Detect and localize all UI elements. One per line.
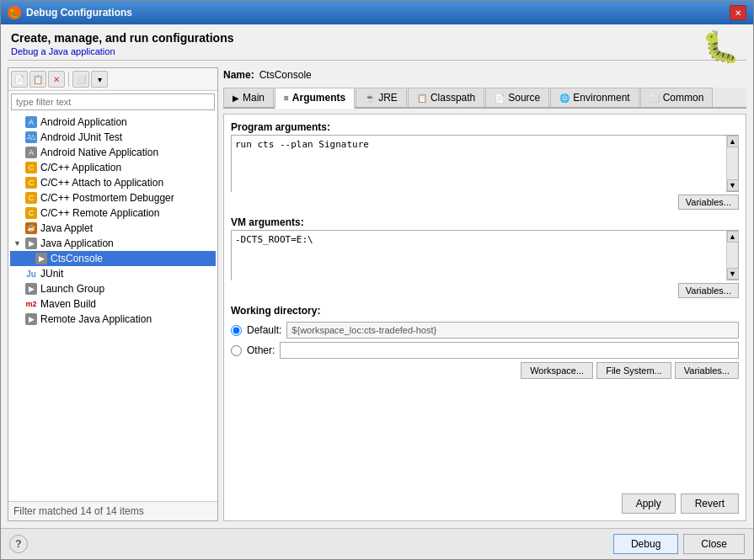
tab-common-label: Common — [663, 92, 704, 104]
default-radio-row: Default: — [231, 322, 739, 339]
maven-icon: m2 — [25, 298, 37, 310]
program-args-wrapper: run cts --plan Signature ▲ ▼ — [231, 135, 739, 192]
scroll-down-arrow[interactable]: ▼ — [727, 268, 739, 280]
header-section: Create, manage, and run configurations D… — [1, 24, 753, 60]
common-tab-icon: ⬜ — [650, 93, 660, 103]
window-icon: 🐛 — [8, 6, 21, 19]
vm-args-label: VM arguments: — [231, 216, 739, 228]
filesystem-button[interactable]: File System... — [596, 362, 671, 379]
workspace-button[interactable]: Workspace... — [521, 362, 593, 379]
tab-jre[interactable]: ☕ JRE — [356, 88, 407, 107]
title-bar: 🐛 Debug Configurations ✕ — [1, 1, 753, 24]
default-radio[interactable] — [231, 325, 242, 336]
variables-btn1-container: Variables... — [231, 195, 739, 210]
junit-icon: Ju — [25, 268, 37, 280]
program-args-scrollbar[interactable]: ▲ ▼ — [726, 136, 738, 191]
tree-item-cpp-post[interactable]: C C/C++ Postmortem Debugger — [10, 190, 216, 205]
tree-item-android-native[interactable]: A Android Native Application — [10, 145, 216, 160]
tree-item-java-applet[interactable]: ☕ Java Applet — [10, 221, 216, 236]
tree-item-label: Maven Build — [40, 298, 96, 310]
dir-variables-button[interactable]: Variables... — [675, 362, 739, 379]
apply-button[interactable]: Apply — [622, 493, 676, 514]
vm-args-variables-button[interactable]: Variables... — [678, 283, 739, 298]
tab-common[interactable]: ⬜ Common — [640, 88, 714, 107]
scroll-up-arrow[interactable]: ▲ — [727, 136, 739, 147]
working-dir-label: Working directory: — [231, 305, 739, 317]
config-tree: A Android Application J△ Android JUnit T… — [8, 113, 217, 501]
close-button[interactable]: Close — [683, 534, 745, 554]
default-dir-input[interactable] — [286, 322, 739, 339]
tree-item-cpp-app[interactable]: C C/C++ Application — [10, 160, 216, 175]
vm-args-scrollbar[interactable]: ▲ ▼ — [726, 231, 738, 280]
more-button[interactable]: ▾ — [91, 71, 108, 88]
tree-item-label: Java Applet — [40, 222, 93, 234]
default-label: Default: — [247, 324, 281, 336]
left-panel: 📄 📋 ✕ ⬜ ▾ A Android — [8, 67, 218, 521]
program-args-input[interactable]: run cts --plan Signature — [232, 136, 726, 193]
tab-environment-label: Environment — [573, 92, 629, 104]
close-button[interactable]: ✕ — [730, 5, 746, 20]
other-dir-input[interactable] — [280, 342, 739, 359]
jre-tab-icon: ☕ — [365, 93, 375, 103]
android-native-icon: A — [25, 147, 37, 158]
tree-item-maven[interactable]: m2 Maven Build — [10, 296, 216, 312]
tab-classpath-label: Classpath — [430, 92, 475, 104]
cpp-attach-icon: C — [25, 177, 37, 189]
source-tab-icon: 📄 — [495, 93, 505, 103]
tab-main[interactable]: ▶ Main — [223, 88, 274, 107]
vm-args-wrapper: -DCTS_ROOT=E:\ ▲ ▼ — [231, 230, 739, 280]
expand-arrow: ▼ — [13, 239, 22, 248]
other-radio[interactable] — [231, 345, 242, 356]
tree-item-cpp-remote[interactable]: C C/C++ Remote Application — [10, 205, 216, 221]
tree-item-label: Remote Java Application — [40, 313, 152, 325]
environment-tab-icon: 🌐 — [559, 93, 570, 103]
footer-right: Debug Close — [613, 534, 745, 554]
scroll-track — [727, 243, 738, 268]
classpath-tab-icon: 📋 — [417, 93, 427, 103]
tree-item-remote-java[interactable]: ▶ Remote Java Application — [10, 312, 216, 327]
filter-button[interactable]: ⬜ — [72, 71, 89, 88]
right-panel: Name: CtsConsole ▶ Main ≡ Arguments ☕ — [223, 67, 746, 521]
delete-config-button[interactable]: ✕ — [48, 71, 65, 88]
bug-decoration: 🐛 — [702, 29, 740, 65]
tree-item-launch-group[interactable]: ▶ Launch Group — [10, 281, 216, 296]
tree-item-android-junit[interactable]: J△ Android JUnit Test — [10, 130, 216, 145]
tree-item-ctsconsole[interactable]: ▶ CtsConsole — [10, 251, 216, 266]
scroll-down-arrow[interactable]: ▼ — [727, 179, 739, 191]
tree-item-java-app[interactable]: ▼ ▶ Java Application — [10, 236, 216, 251]
working-dir-section: Working directory: Default: Other: — [231, 305, 739, 379]
tab-content-arguments: Program arguments: run cts --plan Signat… — [223, 114, 746, 521]
tab-source[interactable]: 📄 Source — [485, 88, 549, 107]
cpp-remote-icon: C — [25, 207, 37, 219]
other-radio-row: Other: — [231, 342, 739, 359]
header-subtitle: Debug a Java application — [11, 46, 743, 56]
remote-java-icon: ▶ — [25, 313, 37, 325]
filter-match-text: Filter matched 14 of 14 items — [13, 505, 144, 517]
tree-item-junit[interactable]: Ju JUnit — [10, 266, 216, 281]
window-controls: ✕ — [730, 5, 746, 20]
tree-item-label: C/C++ Postmortem Debugger — [40, 192, 174, 204]
arguments-tab-icon: ≡ — [284, 93, 289, 103]
android-app-icon: A — [25, 116, 37, 128]
revert-button[interactable]: Revert — [681, 493, 739, 514]
vm-args-input[interactable]: -DCTS_ROOT=E:\ — [232, 231, 726, 281]
tab-environment[interactable]: 🌐 Environment — [550, 88, 639, 107]
tree-item-label: C/C++ Remote Application — [40, 207, 159, 219]
filter-input[interactable] — [11, 93, 215, 110]
program-args-variables-button[interactable]: Variables... — [678, 195, 739, 210]
tab-classpath[interactable]: 📋 Classpath — [408, 88, 484, 107]
tree-item-cpp-attach[interactable]: C C/C++ Attach to Application — [10, 175, 216, 190]
tree-item-label: C/C++ Attach to Application — [40, 177, 163, 189]
main-panel: 📄 📋 ✕ ⬜ ▾ A Android — [8, 67, 746, 521]
tree-item-android-app[interactable]: A Android Application — [10, 115, 216, 130]
tab-arguments[interactable]: ≡ Arguments — [275, 88, 355, 109]
new-config-button[interactable]: 📄 — [11, 71, 28, 88]
help-button[interactable]: ? — [9, 535, 28, 553]
footer-bar: ? Debug Close — [1, 528, 753, 559]
copy-config-button[interactable]: 📋 — [29, 71, 46, 88]
debug-button[interactable]: Debug — [613, 534, 678, 554]
scroll-up-arrow[interactable]: ▲ — [727, 231, 739, 243]
tree-item-label: CtsConsole — [51, 253, 103, 264]
tree-item-label: Android JUnit Test — [40, 131, 122, 143]
tab-main-label: Main — [243, 92, 265, 104]
